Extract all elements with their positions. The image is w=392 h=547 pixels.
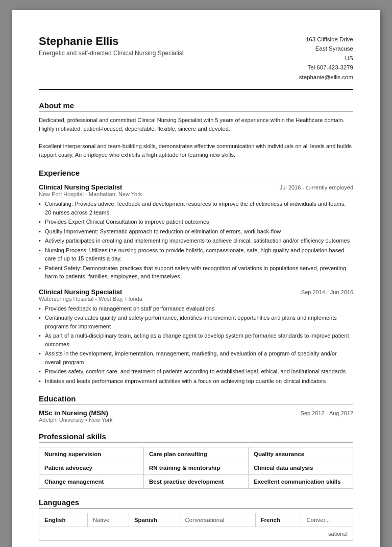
skill-cell: Nursing supervision	[39, 447, 144, 461]
exp-org-2: Watersprings Hospital - West Bay, Florid…	[39, 296, 353, 302]
exp-header-2: Clinical Nursing Specialist Sep 2014 - J…	[39, 288, 353, 296]
lang-row-extra: sational	[39, 527, 353, 541]
exp-bullet: Patient Safety: Demonstrates practices t…	[39, 264, 353, 281]
address-line1: 163 Cliffside Drive	[299, 35, 353, 44]
candidate-subtitle: Energetic and self-directed Clinical Nur…	[39, 50, 184, 57]
exp-bullet: Provides safety, comfort care, and treat…	[39, 367, 353, 376]
exp-bullet: Initiates and leads performance improvem…	[39, 377, 353, 386]
lang-name-french: French	[255, 513, 301, 527]
skill-cell: Clinical data analysis	[249, 461, 353, 475]
about-title: About me	[39, 101, 353, 112]
exp-org-1: New Port Hospital - Manhattan, New York	[39, 191, 353, 197]
education-section: Education MSc in Nursing (MSN) Sep 2012 …	[39, 394, 353, 423]
resume-page: Stephanie Ellis Energetic and self-direc…	[12, 10, 380, 547]
lang-level-english: Native	[87, 513, 129, 527]
address-line3: US	[299, 54, 353, 63]
skill-cell: Excellent communication skills	[249, 475, 353, 489]
about-section: About me Dedicated, professional and com…	[39, 101, 353, 159]
header: Stephanie Ellis Energetic and self-direc…	[39, 35, 353, 90]
lang-row: English Native Spanish Conversational Fr…	[39, 513, 353, 527]
about-body: Dedicated, professional and committed Cl…	[39, 116, 353, 159]
header-right: 163 Cliffside Drive East Syracuse US Tel…	[299, 35, 353, 82]
exp-bullet: Continually evaluates quality and safety…	[39, 314, 353, 330]
exp-title-2: Clinical Nursing Specialist	[39, 288, 122, 296]
exp-title-1: Clinical Nursing Specialist	[39, 183, 122, 191]
edu-header-1: MSc in Nursing (MSN) Sep 2012 - Aug 2012	[39, 409, 353, 417]
skill-cell: RN training & mentorship	[144, 461, 249, 475]
exp-entry-1: Clinical Nursing Specialist Jul 2016 - c…	[39, 183, 353, 281]
exp-bullet: Quality Improvement: Systematic approach…	[39, 227, 353, 236]
exp-dates-1: Jul 2016 - currently employed	[280, 184, 353, 191]
edu-degree-1: MSc in Nursing (MSN)	[39, 409, 108, 417]
exp-bullet: Actively participates in creating and im…	[39, 236, 353, 245]
exp-dates-2: Sep 2014 - Jun 2016	[301, 289, 353, 295]
exp-header-1: Clinical Nursing Specialist Jul 2016 - c…	[39, 183, 353, 191]
skills-row: Patient advocacy RN training & mentorshi…	[39, 461, 353, 475]
exp-entry-2: Clinical Nursing Specialist Sep 2014 - J…	[39, 288, 353, 386]
skills-section: Professional skills Nursing supervision …	[39, 432, 353, 489]
exp-bullets-1: Consulting: Provides advice, feedback an…	[39, 200, 353, 281]
lang-extra-level: sational	[39, 527, 353, 541]
exp-bullets-2: Provides feedback to management on staff…	[39, 304, 353, 386]
education-title: Education	[39, 394, 353, 405]
lang-name-spanish: Spanish	[129, 513, 180, 527]
header-left: Stephanie Ellis Energetic and self-direc…	[39, 35, 184, 57]
skill-cell: Patient advocacy	[39, 461, 144, 475]
languages-section: Languages English Native Spanish Convers…	[39, 498, 353, 541]
lang-level-french: Conver...	[301, 513, 353, 527]
skill-cell: Change management	[39, 475, 144, 489]
edu-school-1: Adelphi University • New York	[39, 417, 353, 423]
languages-table: English Native Spanish Conversational Fr…	[39, 513, 353, 541]
about-para1: Dedicated, professional and committed Cl…	[39, 116, 353, 133]
skills-table: Nursing supervision Care plan consulting…	[39, 447, 353, 489]
skills-row: Nursing supervision Care plan consulting…	[39, 447, 353, 461]
exp-bullet: Assists in the development, implementati…	[39, 349, 353, 366]
experience-title: Experience	[39, 169, 353, 179]
address-line2: East Syracuse	[299, 44, 353, 53]
phone: Tel 607-423-3279	[299, 63, 353, 72]
exp-bullet: Provides feedback to management on staff…	[39, 304, 353, 313]
skills-title: Professional skills	[39, 432, 353, 443]
skill-cell: Quality assurance	[249, 447, 353, 461]
candidate-name: Stephanie Ellis	[39, 35, 184, 48]
exp-bullet: Consulting: Provides advice, feedback an…	[39, 200, 353, 217]
edu-dates-1: Sep 2012 - Aug 2012	[301, 410, 353, 416]
skills-row: Change management Best practise developm…	[39, 475, 353, 489]
skill-cell: Best practise development	[144, 475, 249, 489]
email: stephanie@ellis.com	[299, 73, 353, 82]
experience-section: Experience Clinical Nursing Specialist J…	[39, 169, 353, 385]
skill-cell: Care plan consulting	[144, 447, 249, 461]
about-para2: Excellent interpersonal and team-buildin…	[39, 142, 353, 159]
lang-name-english: English	[39, 513, 88, 527]
exp-bullet: As part of a multi-disciplinary team, ac…	[39, 331, 353, 348]
lang-level-spanish: Conversational	[180, 513, 255, 527]
languages-title: Languages	[39, 498, 353, 509]
edu-entry-1: MSc in Nursing (MSN) Sep 2012 - Aug 2012…	[39, 409, 353, 423]
exp-bullet: Nursing Process: Utilizes the nursing pr…	[39, 246, 353, 263]
exp-bullet: Provides Expert Clinical Consultation to…	[39, 218, 353, 226]
